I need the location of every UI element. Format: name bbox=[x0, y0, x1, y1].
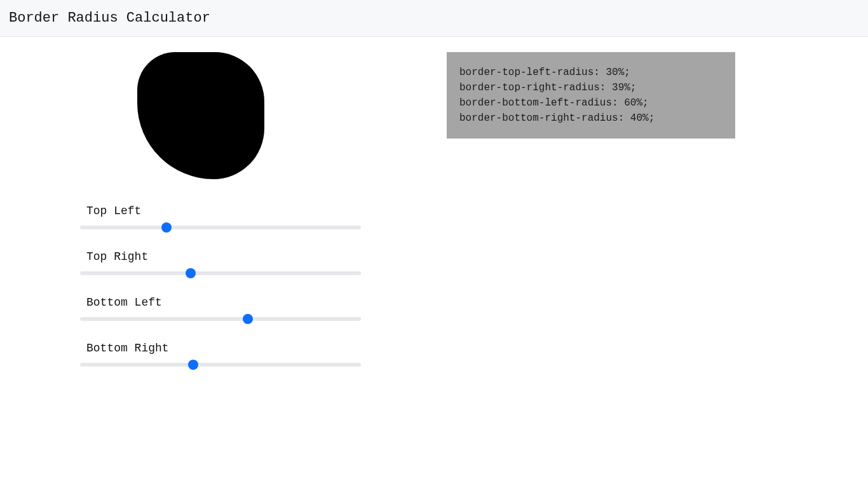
main-content: Top Left Top Right Bottom Left Bottom Ri… bbox=[0, 37, 868, 388]
preview-shape bbox=[137, 52, 264, 179]
right-column: border-top-left-radius: 30%; border-top-… bbox=[447, 52, 788, 388]
slider-top-right[interactable] bbox=[80, 271, 361, 275]
slider-label-bottom-left: Bottom Left bbox=[80, 296, 361, 309]
preview-area bbox=[80, 52, 421, 205]
slider-label-bottom-right: Bottom Right bbox=[80, 342, 361, 355]
slider-bottom-right[interactable] bbox=[80, 363, 361, 367]
code-line-1: border-top-left-radius: 30%; bbox=[459, 65, 722, 80]
slider-label-top-left: Top Left bbox=[80, 205, 361, 217]
slider-group-top-left: Top Left bbox=[80, 205, 361, 233]
left-column: Top Left Top Right Bottom Left Bottom Ri… bbox=[80, 52, 421, 388]
slider-top-left[interactable] bbox=[80, 226, 361, 229]
code-line-2: border-top-right-radius: 39%; bbox=[459, 80, 722, 95]
slider-group-bottom-left: Bottom Left bbox=[80, 296, 361, 324]
slider-controls: Top Left Top Right Bottom Left Bottom Ri… bbox=[80, 205, 361, 370]
code-line-3: border-bottom-left-radius: 60%; bbox=[459, 95, 722, 111]
code-line-4: border-bottom-right-radius: 40%; bbox=[459, 111, 722, 126]
slider-group-bottom-right: Bottom Right bbox=[80, 342, 361, 370]
slider-group-top-right: Top Right bbox=[80, 250, 361, 278]
css-code-output: border-top-left-radius: 30%; border-top-… bbox=[447, 52, 735, 139]
app-header: Border Radius Calculator bbox=[0, 0, 868, 37]
slider-bottom-left[interactable] bbox=[80, 317, 361, 321]
app-title: Border Radius Calculator bbox=[9, 10, 859, 26]
slider-label-top-right: Top Right bbox=[80, 250, 361, 263]
